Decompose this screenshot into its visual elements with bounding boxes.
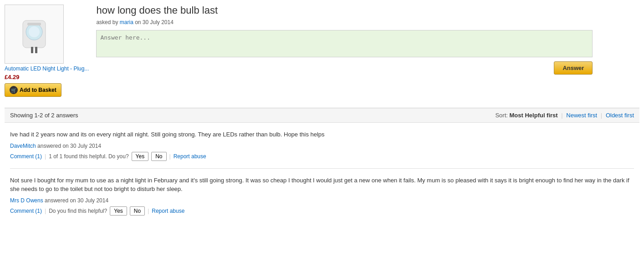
- sort-most-helpful[interactable]: Most Helpful first: [510, 112, 558, 119]
- answer-author-2: Mrs D Owens answered on 30 July 2014: [10, 197, 634, 204]
- add-to-basket-label: Add to Basket: [20, 87, 56, 93]
- sort-bar: Showing 1-2 of 2 answers Sort: Most Help…: [5, 108, 639, 123]
- svg-point-2: [29, 26, 40, 37]
- product-info: Automatic LED Night Light - Plug... £4.2…: [5, 65, 89, 97]
- pipe-4: |: [148, 208, 149, 214]
- answer-author-link-1[interactable]: DaveMitch: [10, 143, 36, 149]
- comment-link-1[interactable]: Comment (1): [10, 153, 42, 160]
- yes-button-1[interactable]: Yes: [132, 152, 149, 161]
- top-section: Automatic LED Night Light - Plug... £4.2…: [5, 5, 639, 104]
- no-button-1[interactable]: No: [151, 152, 166, 161]
- pipe-2: |: [169, 153, 171, 160]
- pipe-1: |: [45, 153, 46, 160]
- answer-item-1: Ive had it 2 years now and its on every …: [10, 123, 634, 168]
- product-price: £4.29: [5, 74, 89, 80]
- answer-body-1: Ive had it 2 years now and its on every …: [10, 130, 634, 139]
- answer-date-1: answered on 30 July 2014: [37, 143, 101, 149]
- answer-button[interactable]: Answer: [554, 61, 593, 75]
- sort-oldest-link[interactable]: Oldest first: [606, 112, 634, 119]
- answer-actions-1: Comment (1) | 1 of 1 found this helpful.…: [10, 152, 634, 161]
- answer-input[interactable]: [96, 30, 593, 57]
- answer-author-link-2[interactable]: Mrs D Owens: [10, 197, 43, 204]
- basket-icon: 🛒: [10, 86, 18, 94]
- no-button-2[interactable]: No: [130, 206, 145, 216]
- report-link-2[interactable]: Report abuse: [152, 208, 184, 214]
- svg-rect-4: [35, 47, 37, 53]
- sort-newest-link[interactable]: Newest first: [566, 112, 597, 119]
- answer-author-1: DaveMitch answered on 30 July 2014: [10, 143, 634, 149]
- yes-button-2[interactable]: Yes: [110, 206, 127, 216]
- showing-text: Showing 1-2 of 2 answers: [10, 112, 78, 119]
- product-image: [16, 11, 52, 57]
- answer-date-2: answered on 30 July 2014: [45, 197, 108, 204]
- product-name-link[interactable]: Automatic LED Night Light - Plug...: [5, 65, 89, 72]
- answers-section: Ive had it 2 years now and its on every …: [5, 123, 639, 223]
- svg-rect-3: [31, 47, 33, 53]
- asked-by-user[interactable]: maria: [120, 19, 133, 25]
- answer-btn-row: Answer: [96, 61, 593, 75]
- helpful-text-1: 1 of 1 found this helpful. Do you?: [49, 153, 128, 160]
- question-meta: asked by maria on 30 July 2014: [96, 19, 639, 25]
- pipe-3: |: [45, 208, 46, 214]
- asked-on: on 30 July 2014: [135, 19, 174, 25]
- product-image-box: [5, 5, 64, 64]
- answer-body-2: Not sure I bought for my mum to use as a…: [10, 176, 634, 194]
- svg-rect-5: [27, 23, 41, 25]
- answer-actions-2: Comment (1) | Do you find this helpful? …: [10, 206, 634, 216]
- add-to-basket-button[interactable]: 🛒 Add to Basket: [5, 83, 61, 97]
- sort-divider-1: |: [561, 112, 562, 119]
- question-area: how long does the bulb last asked by mar…: [96, 5, 639, 75]
- helpful-text-2: Do you find this helpful?: [49, 208, 107, 214]
- page-wrapper: Automatic LED Night Light - Plug... £4.2…: [0, 0, 644, 271]
- sort-label: Sort:: [495, 112, 507, 119]
- product-column: Automatic LED Night Light - Plug... £4.2…: [5, 5, 89, 97]
- answer-item-2: Not sure I bought for my mum to use as a…: [10, 168, 634, 223]
- comment-link-2[interactable]: Comment (1): [10, 208, 42, 214]
- sort-divider-2: |: [601, 112, 602, 119]
- sort-options: Sort: Most Helpful first | Newest first …: [495, 112, 634, 119]
- asked-by-prefix: asked by: [96, 19, 118, 25]
- question-title: how long does the bulb last: [96, 5, 639, 16]
- report-link-1[interactable]: Report abuse: [174, 153, 206, 160]
